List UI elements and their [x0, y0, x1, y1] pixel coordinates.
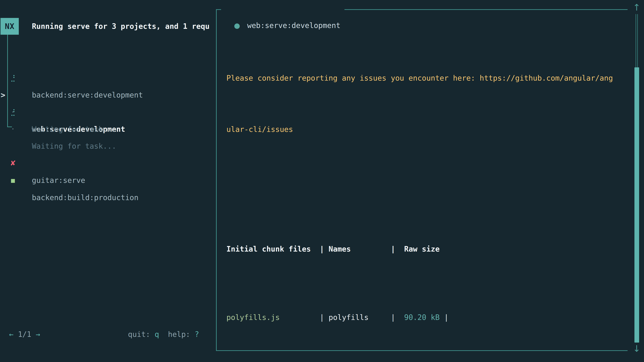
success-square-icon: ■: [9, 172, 17, 189]
app-title: Running serve for 3 projects, and 1 requ: [32, 18, 210, 35]
cell-file: polyfills.js: [226, 313, 320, 322]
table-separator: |: [391, 313, 395, 322]
scrollbar-thumb[interactable]: [634, 67, 639, 343]
header-raw-size: Raw size: [395, 245, 440, 253]
help-key: ?: [194, 330, 199, 339]
scroll-up-arrow-icon[interactable]: ↑: [631, 2, 642, 13]
page-next-arrow-icon[interactable]: →: [36, 330, 40, 339]
table-separator: |: [440, 313, 448, 322]
task-row-backend-build[interactable]: ■ backend:build:production: [0, 155, 216, 172]
output-panel-title: ●web:serve:development: [221, 1, 344, 17]
cell-size: 90.20 kB: [395, 313, 440, 322]
cell-name: polyfills: [324, 313, 391, 322]
scrollbar-track[interactable]: [636, 14, 638, 67]
chunk-table-header: Initial chunk files | Names | Raw size: [226, 241, 613, 258]
task-label: guitar:serve: [32, 172, 85, 189]
hint-gap: [159, 330, 168, 339]
task-row-waiting-1[interactable]: · Waiting for task...: [0, 86, 216, 104]
page-prev-arrow-icon[interactable]: ←: [9, 330, 14, 339]
task-label: backend:build:production: [32, 189, 138, 206]
task-row-waiting-2[interactable]: · Waiting for task...: [0, 103, 216, 120]
task-row-guitar-serve[interactable]: ✘ guitar:serve: [0, 138, 216, 155]
output-panel-title-label: web:serve:development: [247, 21, 340, 30]
nx-logo: NX: [0, 18, 19, 35]
waiting-dot-icon: ·: [9, 120, 17, 138]
blank-line: [226, 172, 613, 189]
running-status-dot-icon: ●: [234, 21, 240, 30]
task-row-backend-serve[interactable]: ⣘ backend:serve:development: [0, 52, 216, 69]
notice-line: Please consider reporting any issues you…: [226, 69, 613, 87]
table-separator: |: [320, 313, 324, 322]
task-row-web-serve-selected[interactable]: > ⣘ web:serve:development: [0, 69, 216, 86]
terminal-output: Please consider reporting any issues you…: [226, 35, 613, 362]
quit-hint-label: quit:: [128, 330, 155, 339]
table-separator: |: [320, 245, 324, 253]
page-indicator: 1/1: [14, 330, 36, 339]
task-label: Waiting for task...: [32, 121, 116, 138]
quit-key: q: [155, 330, 159, 339]
chunk-table-row: polyfills.js | polyfills | 90.20 kB |: [226, 309, 613, 326]
pager: ← 1/1 →: [9, 326, 40, 343]
notice-line: ular-cli/issues: [226, 121, 613, 138]
header-files: Initial chunk files: [226, 245, 320, 253]
table-separator: |: [391, 245, 395, 253]
header-names: Names: [324, 245, 391, 253]
task-list-panel: NX Running serve for 3 projects, and 1 r…: [0, 0, 216, 362]
scroll-down-arrow-icon[interactable]: ↓: [631, 343, 642, 355]
help-hint-label: help:: [168, 330, 194, 339]
footer-hints: quit: q help: ?: [128, 326, 199, 343]
